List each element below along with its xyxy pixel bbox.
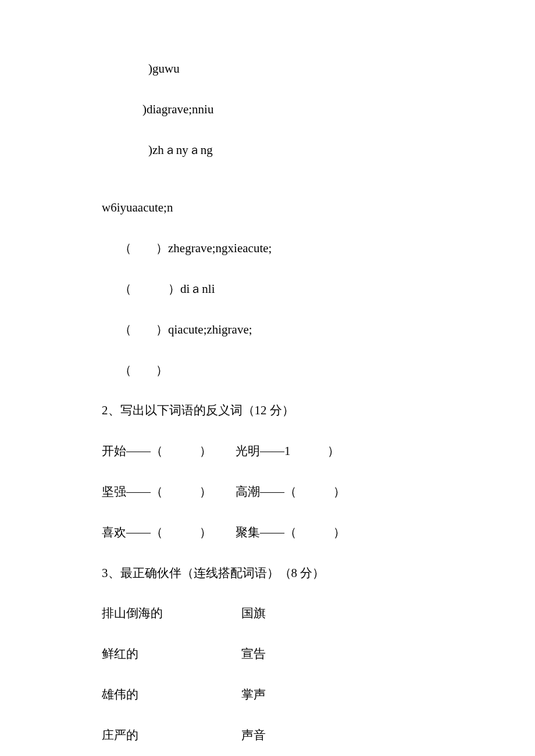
pinyin-text: zhegrave;ngxieacute; <box>168 241 272 255</box>
match-left: 庄严的 <box>102 725 241 747</box>
antonym-left: 喜欢——（ ） <box>102 522 236 544</box>
match-row: 庄严的 声音 <box>102 725 433 747</box>
match-row: 鲜红的 宣告 <box>102 643 433 665</box>
blank-paren: （ ） <box>119 241 168 255</box>
pinyin-text: qiacute;zhigrave; <box>168 323 252 336</box>
antonym-pair-row: 坚强——（ ） 高潮——（ ） <box>102 481 433 503</box>
antonym-right: 光明——1 ） <box>236 440 433 463</box>
match-left: 排山倒海的 <box>102 603 241 625</box>
pinyin-line-2: )diagrave;nniu <box>102 99 433 121</box>
pinyin-line-3: )zhａnyａng <box>102 139 433 162</box>
match-left: 鲜红的 <box>102 643 241 665</box>
antonym-pair-row: 开始——（ ） 光明——1 ） <box>102 440 433 463</box>
pinyin-paren-line-1: （ ）zhegrave;ngxieacute; <box>102 238 433 260</box>
antonym-right: 高潮——（ ） <box>236 481 433 503</box>
antonym-right: 聚集——（ ） <box>236 522 433 544</box>
pinyin-line-1: )guwu <box>102 58 433 80</box>
blank-paren: （ ） <box>119 282 180 296</box>
antonym-left: 开始——（ ） <box>102 440 236 463</box>
blank-paren: （ ） <box>119 323 168 336</box>
question-2-title: 2、写出以下词语的反义词（12 分） <box>102 400 433 422</box>
pinyin-line-4: w6iyuaacute;n <box>102 197 433 219</box>
match-right: 掌声 <box>241 684 433 706</box>
match-right: 国旗 <box>241 603 433 625</box>
pinyin-paren-line-2: （ ）diａnli <box>102 278 433 300</box>
blank-paren: （ ） <box>119 363 168 377</box>
question-3-title: 3、最正确伙伴（连线搭配词语）（8 分） <box>102 562 433 585</box>
antonym-pair-row: 喜欢——（ ） 聚集——（ ） <box>102 522 433 544</box>
antonym-left: 坚强——（ ） <box>102 481 236 503</box>
match-left: 雄伟的 <box>102 684 241 706</box>
match-right: 宣告 <box>241 643 433 665</box>
match-row: 雄伟的 掌声 <box>102 684 433 706</box>
pinyin-paren-line-4: （ ） <box>102 360 433 382</box>
pinyin-text: diａnli <box>180 282 215 296</box>
pinyin-paren-line-3: （ ）qiacute;zhigrave; <box>102 319 433 341</box>
match-right: 声音 <box>241 725 433 747</box>
match-row: 排山倒海的 国旗 <box>102 603 433 625</box>
